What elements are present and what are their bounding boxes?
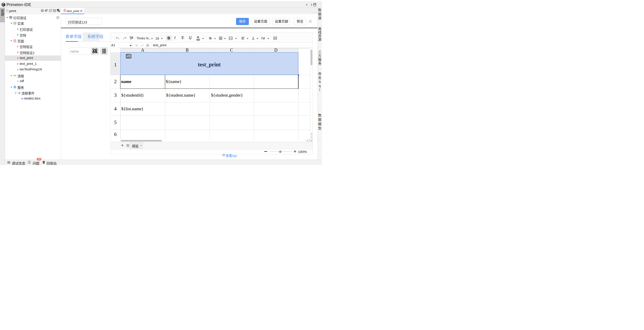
svg-text:AI: AI	[42, 10, 43, 11]
